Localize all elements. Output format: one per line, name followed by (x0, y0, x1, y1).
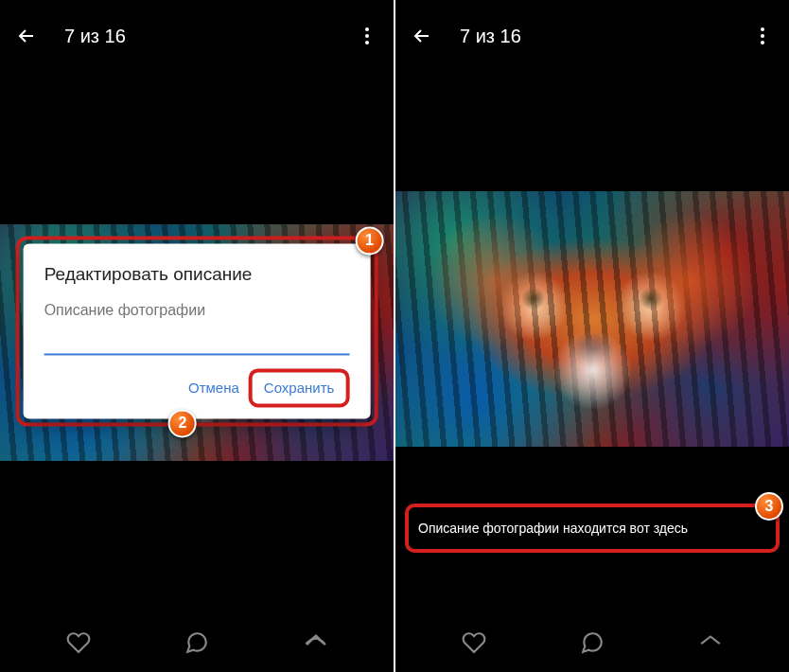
share-arrow-icon[interactable] (698, 630, 723, 655)
like-heart-icon[interactable] (462, 630, 486, 655)
footer-actions (395, 613, 789, 672)
header: 7 из 16 (395, 0, 789, 72)
more-vertical-icon[interactable] (356, 25, 378, 47)
photo-area: 1 Редактировать описание Отмена 2 Сохран… (0, 72, 394, 613)
callout-caption-highlight: 3 Описание фотографии находится вот здес… (405, 504, 780, 553)
left-pane: 7 из 16 1 Редактировать описание Отмена (0, 0, 394, 672)
edit-description-dialog: Редактировать описание Отмена 2 Сохранит… (24, 243, 371, 418)
cancel-button[interactable]: Отмена (181, 372, 247, 403)
photo-counter: 7 из 16 (64, 26, 126, 47)
header: 7 из 16 (0, 0, 394, 72)
photo-tiger-painting (395, 191, 789, 447)
photo-counter: 7 из 16 (460, 26, 521, 47)
svg-point-4 (761, 34, 764, 38)
svg-point-1 (365, 34, 369, 38)
footer-actions (0, 613, 394, 672)
dialog-actions: Отмена 2 Сохранить (44, 368, 350, 407)
back-arrow-icon[interactable] (411, 25, 433, 47)
callout-dialog-highlight: 1 Редактировать описание Отмена 2 Сохран… (16, 236, 378, 426)
callout-badge-3: 3 (755, 492, 783, 521)
more-vertical-icon[interactable] (751, 25, 774, 47)
callout-badge-1: 1 (355, 226, 383, 255)
callout-save-highlight: 2 Сохранить (249, 368, 350, 407)
like-heart-icon[interactable] (66, 630, 91, 655)
description-input[interactable] (44, 298, 350, 355)
comment-bubble-icon[interactable] (184, 630, 209, 655)
dialog-title: Редактировать описание (44, 264, 350, 285)
right-pane: 7 из 16 3 Описание фотографии находится … (395, 0, 789, 672)
photo-caption: Описание фотографии находится вот здесь (418, 521, 766, 536)
share-arrow-icon[interactable] (303, 630, 327, 655)
save-button[interactable]: Сохранить (254, 374, 344, 401)
svg-point-2 (365, 41, 369, 44)
svg-point-3 (761, 27, 764, 31)
back-arrow-icon[interactable] (15, 25, 38, 47)
split-screenshot: 7 из 16 1 Редактировать описание Отмена (0, 0, 789, 672)
photo-area: 3 Описание фотографии находится вот здес… (395, 72, 789, 613)
svg-point-5 (761, 41, 764, 44)
svg-point-0 (365, 27, 369, 31)
comment-bubble-icon[interactable] (580, 630, 605, 655)
